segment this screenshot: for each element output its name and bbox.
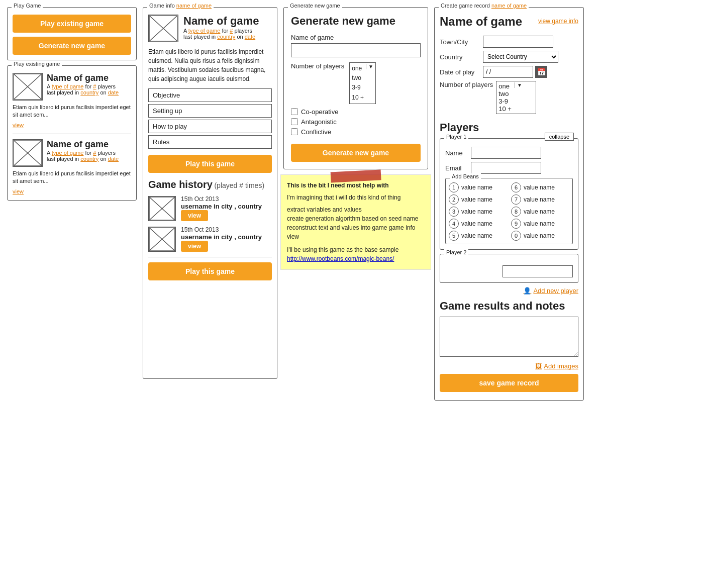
player2-name-input[interactable] [503,265,573,277]
antagonistic-label: Antagonistic [301,118,337,126]
play-existing-button[interactable]: Play existing game [13,15,131,33]
game2-title: Name of game [47,139,119,150]
generate-new-button-col1[interactable]: Generate new game [13,37,131,55]
num-players-dropdown[interactable]: one two 3-9 10 + ▼ [349,62,376,104]
p-opt-two: two [498,90,512,97]
game1-date-link[interactable]: date [108,89,119,95]
opt-one: one [352,64,364,73]
history1-view-btn[interactable]: view [181,210,208,221]
bean-3-label: value name [461,208,492,215]
add-player-section: 👤 Add new player [440,287,578,295]
game2-country-link[interactable]: country [80,156,98,162]
game2-view-link[interactable]: view [13,188,24,194]
date-input[interactable] [483,66,533,78]
game1-body: Etiam quis libero id purus facilisis imp… [13,104,131,119]
create-record-name-link[interactable]: name of game [491,3,527,9]
sticky-note: This is the bit I need most help with I'… [280,174,431,270]
game1-image [13,73,43,101]
record-players-arrow[interactable]: ▼ [515,82,522,88]
generate-title: Generate new game [291,15,421,28]
history2-image [148,227,176,252]
game1-country-link[interactable]: country [80,89,98,95]
record-players-dropdown[interactable]: one two 3-9 10 + ▼ [496,81,536,114]
game-info-image [148,15,178,42]
country-select[interactable]: Select Country United Kingdom United Sta… [483,51,558,63]
create-record-panel-label: Create game record name of game [439,3,529,9]
bean-6: 6 value name [511,182,569,192]
game1-view-link[interactable]: view [13,122,24,128]
bean-7-circle: 7 [511,194,521,205]
history2-view-btn[interactable]: view [181,241,208,252]
game1-type-link[interactable]: type of game [52,83,84,89]
game-info-panel-label: Game info name of game [147,3,214,9]
play-game-panel-label: Play Game [12,3,43,9]
section-how-to-play: How to play [148,120,272,133]
antagonistic-row: Antagonistic [291,118,421,126]
sticky-text1: I'm imagining that i will do this kind o… [287,193,425,202]
bean-2: 2 value name [449,194,507,205]
antagonistic-checkbox[interactable] [291,118,298,125]
town-input[interactable] [483,36,553,48]
cooperative-row: Co-operative [291,108,421,116]
player2-label: Player 2 [444,249,468,255]
p-opt-one: one [498,82,512,90]
conflictive-label: Conflictive [301,128,331,136]
bean-8-label: value name [524,208,555,215]
image-icon: 🖼 [535,362,542,370]
results-title: Game results and notes [440,300,578,313]
game-info-name-link[interactable]: name of game [176,3,212,9]
sticky-link[interactable]: http://www.rootbeans.com/magic-beans/ [287,255,394,262]
play-this-game-button-bottom[interactable]: Play this game [148,262,272,280]
create-record-title: Name of game [440,15,522,29]
num-players-row: Number of players one two 3-9 10 + ▼ [440,81,578,114]
beans-grid: 1 value name 6 value name 2 value name [449,182,569,241]
game2-date-link[interactable]: date [108,156,119,162]
conflictive-checkbox[interactable] [291,128,298,135]
player1-email-input[interactable] [471,162,541,174]
bean-9-circle: 9 [511,219,521,229]
sticky-text5: I'll be using this game as the base samp… [287,245,425,254]
add-images-button[interactable]: 🖼 Add images [535,362,578,370]
collapse-button[interactable]: collapse [545,133,574,141]
opt-10plus: 10 + [352,93,364,103]
history-sub: (played # times) [214,181,264,189]
game-info-country-link[interactable]: country [217,34,235,40]
add-new-player-button[interactable]: 👤 Add new player [523,287,578,295]
history1-image [148,196,176,221]
bean-4: 4 value name [449,219,507,229]
play-this-game-button-top[interactable]: Play this game [148,155,272,173]
date-label: Date of play [440,68,480,76]
add-images-section: 🖼 Add images [440,362,578,370]
history2-user: username in city , country [181,233,272,241]
opt-two: two [352,73,364,83]
sticky-text4: reconstruct text and values into game ga… [287,223,425,241]
bean-3: 3 value name [449,207,507,217]
player1-name-input[interactable] [471,147,541,159]
game-info-date-link[interactable]: date [245,34,255,40]
view-game-info-link[interactable]: view game info [538,18,578,25]
generate-new-game-button[interactable]: Generate new game [291,144,421,162]
game1-info: Name of game A type of game for # player… [47,73,119,95]
bean-4-circle: 4 [449,219,459,229]
game1-title: Name of game [47,73,119,83]
player1-email-row: Email [445,162,573,174]
name-of-game-input[interactable] [291,43,421,57]
bean-2-circle: 2 [449,194,459,205]
game2-desc: A type of game for # players [47,150,119,156]
town-label: Town/City [440,38,480,46]
save-game-record-button[interactable]: save game record [440,374,578,392]
player1-label: Player 1 [444,134,468,140]
bean-8: 8 value name [511,207,569,217]
play-existing-panel-label: Play existing game [12,61,62,67]
game-info-type-link[interactable]: type of game [188,28,221,34]
game-info-body: Etiam quis libero id purus facilisis imp… [148,47,272,83]
player2-section: Player 2 [440,254,578,283]
results-textarea[interactable] [440,317,578,357]
dropdown-arrow[interactable]: ▼ [366,64,373,69]
cooperative-checkbox[interactable] [291,108,298,115]
bean-4-label: value name [461,220,492,227]
bean-5: 5 value name [449,231,507,241]
calendar-icon[interactable]: 📅 [535,66,547,78]
game2-type-link[interactable]: type of game [52,150,84,156]
bean-7: 7 value name [511,194,569,205]
